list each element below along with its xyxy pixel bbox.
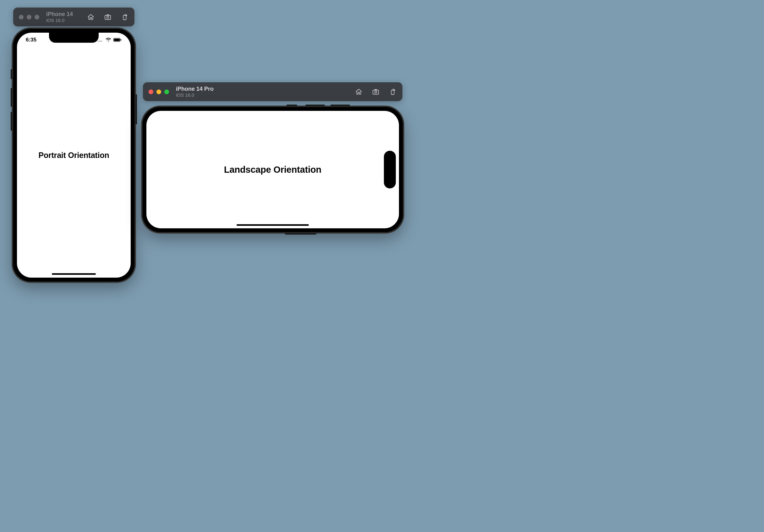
svg-point-4	[99, 41, 99, 42]
home-indicator[interactable]	[52, 273, 96, 275]
rotate-icon[interactable]	[389, 88, 397, 96]
simulator-toolbar-portrait: iPhone 14 iOS 16.0	[13, 8, 134, 26]
status-right	[97, 38, 122, 42]
simulator-device-portrait: 6:35 Portrait Orientation	[13, 28, 135, 282]
cellular-icon	[97, 38, 104, 42]
device-screen[interactable]: Landscape Orientation	[146, 111, 399, 228]
side-button	[135, 94, 137, 124]
app-content-label: Landscape Orientation	[224, 165, 321, 175]
status-bar: 6:35	[17, 36, 131, 43]
window-controls	[19, 15, 39, 20]
svg-point-3	[98, 41, 98, 42]
battery-icon	[113, 38, 122, 42]
os-version: iOS 16.0	[176, 92, 214, 98]
window-zoom-button[interactable]	[35, 15, 39, 20]
volume-up-button	[305, 104, 325, 106]
dynamic-island	[384, 151, 396, 188]
svg-rect-8	[114, 39, 120, 41]
simulator-title: iPhone 14 iOS 16.0	[46, 11, 73, 23]
screenshot-icon[interactable]	[104, 13, 112, 21]
window-close-button[interactable]	[19, 15, 24, 20]
device-screen[interactable]: 6:35 Portrait Orientation	[17, 33, 131, 277]
device-name: iPhone 14 Pro	[176, 86, 214, 92]
home-icon[interactable]	[355, 88, 363, 96]
svg-point-6	[101, 41, 102, 42]
window-minimize-button[interactable]	[27, 15, 31, 20]
mute-switch	[11, 69, 12, 79]
svg-point-11	[375, 91, 377, 93]
side-button	[285, 233, 316, 235]
svg-rect-9	[121, 39, 121, 41]
toolbar-actions	[87, 13, 129, 21]
simulator-title: iPhone 14 Pro iOS 16.0	[176, 86, 214, 98]
device-name: iPhone 14	[46, 11, 73, 18]
status-time: 6:35	[26, 37, 37, 43]
volume-down-button	[11, 112, 12, 131]
wifi-icon	[105, 38, 111, 42]
toolbar-actions	[355, 88, 397, 96]
window-close-button[interactable]	[149, 89, 153, 94]
svg-point-5	[100, 41, 101, 42]
simulator-toolbar-landscape: iPhone 14 Pro iOS 16.0	[143, 82, 402, 101]
volume-up-button	[11, 88, 12, 107]
window-controls	[149, 89, 169, 94]
app-content-label: Portrait Orientation	[38, 151, 109, 160]
screenshot-icon[interactable]	[372, 88, 380, 96]
window-zoom-button[interactable]	[164, 89, 169, 94]
os-version: iOS 16.0	[46, 18, 73, 23]
simulator-device-landscape: Landscape Orientation	[142, 106, 403, 233]
svg-rect-12	[391, 90, 394, 94]
svg-rect-2	[123, 15, 126, 20]
home-icon[interactable]	[87, 13, 95, 21]
volume-down-button	[330, 104, 350, 106]
home-indicator[interactable]	[237, 224, 309, 226]
rotate-icon[interactable]	[121, 13, 129, 21]
window-minimize-button[interactable]	[156, 89, 161, 94]
mute-switch	[286, 104, 297, 106]
svg-point-1	[107, 16, 109, 18]
